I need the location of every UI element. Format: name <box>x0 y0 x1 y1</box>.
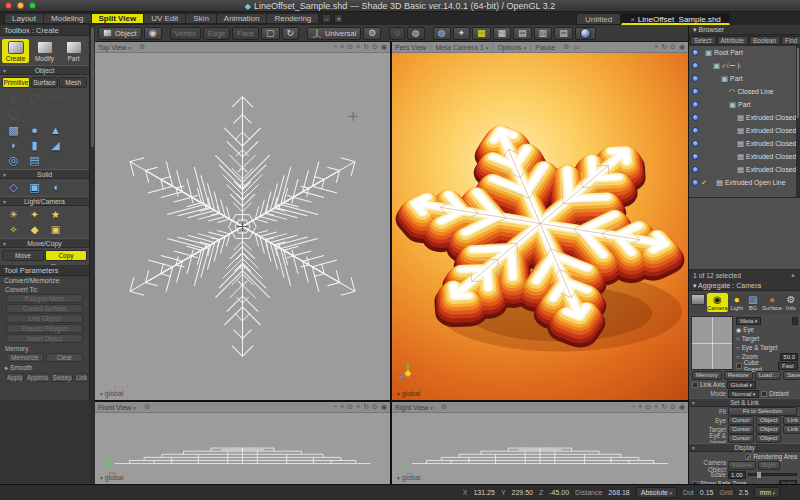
pan-icon[interactable]: + <box>654 402 658 412</box>
gear-icon[interactable]: ⚙ <box>563 43 569 51</box>
primitive-tool-3[interactable]: ◗ <box>3 138 24 153</box>
light-camera-tool-1[interactable]: ✦ <box>24 207 45 222</box>
eye-object-button[interactable]: Object <box>756 416 781 425</box>
top-view-menu[interactable]: Top View <box>98 44 135 51</box>
eyetarget-object-button[interactable]: Object <box>756 434 781 443</box>
scale-field[interactable]: 1.00 <box>728 471 746 479</box>
magnifier-icon[interactable]: ⊙ <box>347 402 353 412</box>
memory-button-1[interactable]: Clear <box>46 353 84 362</box>
primitive-tool-disabled-0[interactable]: ◇ <box>3 91 24 106</box>
layout-view-button-1[interactable]: ▤ <box>513 27 532 40</box>
tool-settings-button[interactable]: ⚙ <box>363 27 381 40</box>
primitive-tool-4[interactable]: ▮ <box>24 138 45 153</box>
smooth-button-2[interactable]: Sweep <box>51 373 72 382</box>
visibility-toggle[interactable] <box>692 49 699 56</box>
browser-header[interactable]: ▾ Browser <box>689 25 800 35</box>
unit-dropdown[interactable]: mm <box>754 487 780 498</box>
browser-tab-boolean[interactable]: Boolean <box>749 36 780 45</box>
layout-view-button-2[interactable]: ▥ <box>534 27 553 40</box>
volume-button[interactable]: Volume <box>728 461 756 470</box>
edge-mode-button[interactable]: Edge <box>203 27 231 40</box>
meta-field[interactable] <box>792 317 798 325</box>
mode-dropdown[interactable]: Normal <box>728 390 759 398</box>
solid-tool-2[interactable]: ◖ <box>45 180 66 195</box>
convert-button-2[interactable]: Line Object <box>6 314 83 323</box>
visibility-toggle[interactable] <box>692 75 699 82</box>
zoom-in-icon[interactable]: + <box>340 42 344 52</box>
set-link-section-header[interactable]: ▾Set & Link <box>689 398 800 407</box>
toolbox-header[interactable]: Toolbox : Create <box>0 25 89 36</box>
menu-extra-button-2[interactable]: ▾ <box>334 14 343 23</box>
collapse-icon[interactable]: ▲ <box>790 270 796 281</box>
workspace-tab-6[interactable]: Rendering <box>266 13 319 24</box>
visibility-toggle[interactable] <box>692 88 699 95</box>
solid-tool-0[interactable]: ◇ <box>3 180 24 195</box>
sphere-view-button[interactable]: ◍ <box>433 27 451 40</box>
front-view-canvas[interactable] <box>95 413 390 484</box>
camera-preview[interactable] <box>691 316 733 370</box>
pers-view-global-label[interactable]: ▾global <box>397 390 420 397</box>
view-options-icon[interactable]: ◉ <box>679 42 685 52</box>
comment-icon[interactable]: ▭ <box>573 43 580 51</box>
convert-button-4[interactable]: Invert Object <box>6 334 83 343</box>
save-button[interactable]: Save... <box>783 371 800 380</box>
tree-item-root-part[interactable]: ▣Root Part <box>689 46 800 59</box>
visibility-toggle[interactable] <box>692 62 699 69</box>
layout-view-button-3[interactable]: ▤ <box>554 27 573 40</box>
tree-item-extruded-closed-2[interactable]: ▦Extruded Closed <box>689 124 800 137</box>
workspace-tab-1[interactable]: Modeling <box>43 13 90 24</box>
visibility-toggle[interactable] <box>692 166 699 173</box>
aggregate-tab-camera[interactable]: ◉Camera <box>707 293 728 312</box>
smooth-button-3[interactable]: Link <box>75 373 89 382</box>
workspace-tab-0[interactable]: Layout <box>4 13 43 24</box>
tree-item-extruded-closed-1[interactable]: ▦Extruded Closed <box>689 111 800 124</box>
tree-item-extruded-closed-5[interactable]: ▦Extruded Closed <box>689 163 800 176</box>
aggregate-tab-info[interactable]: ⚙Info <box>784 293 798 312</box>
zoom-out-icon[interactable]: − <box>333 402 337 412</box>
menu-extra-button-1[interactable]: − <box>322 14 331 23</box>
gear-icon[interactable]: ⚙ <box>441 403 447 411</box>
eyetarget-cursor-button[interactable]: Cursor <box>728 434 754 443</box>
zoom-tool-icon[interactable]: ⊙ <box>372 42 378 52</box>
pan-icon[interactable]: + <box>654 42 658 52</box>
primitive-tool-2[interactable]: ▲ <box>45 123 66 138</box>
solid-section-header[interactable]: ▾Solid <box>0 169 89 179</box>
orbit-icon[interactable]: ↻ <box>363 402 369 412</box>
viewport-top[interactable]: Top View ⚙ − + ⊙ + ↻ ⊙ ◉ ▾global <box>95 42 390 400</box>
light-camera-tool-2[interactable]: ★ <box>45 207 66 222</box>
eye-target-radio[interactable]: ○ <box>736 345 740 351</box>
smooth-button-0[interactable]: Apply <box>6 373 24 382</box>
object-type-tab-1[interactable]: Surface <box>31 77 59 88</box>
primitive-tool-disabled-1[interactable]: ▢ <box>24 91 45 106</box>
aggregate-header[interactable]: ▾ Aggregate : Camera <box>689 281 800 291</box>
right-view-menu[interactable]: Right View <box>395 404 437 411</box>
view-options-icon[interactable]: ◉ <box>381 402 387 412</box>
primitive-tool-disabled-2[interactable]: ◠ <box>45 91 66 106</box>
close-tab-icon[interactable]: × <box>630 15 635 24</box>
primitive-tool-disabled-3[interactable]: ◯ <box>3 106 24 121</box>
distant-checkbox[interactable] <box>761 391 767 397</box>
tree-item-part-jp[interactable]: ▣パート <box>689 59 800 72</box>
wireframe-view-button[interactable]: ▦ <box>493 27 512 40</box>
scale-slider[interactable] <box>748 473 797 476</box>
magnifier-icon[interactable]: ⊙ <box>347 42 353 52</box>
convert-button-3[interactable]: Pseudo Polygon <box>6 324 83 333</box>
target-object-button[interactable]: Object <box>756 425 781 434</box>
tree-item-extruded-open-line[interactable]: ✓▦Extruded Open Line <box>689 176 800 189</box>
browser-tab-attribute[interactable]: Attribute <box>717 36 748 45</box>
solid-tool-1[interactable]: ▣ <box>24 180 45 195</box>
coordinate-mode-dropdown[interactable]: Absolute <box>636 487 677 498</box>
face-mode-button[interactable]: Face <box>232 27 259 40</box>
zoom-tool-icon[interactable]: ⊙ <box>670 402 676 412</box>
mode-part-button[interactable]: Part <box>60 39 87 63</box>
meta-dropdown[interactable]: Meta <box>736 317 761 325</box>
light-camera-tool-3[interactable]: ✧ <box>3 222 24 237</box>
light-camera-tool-5[interactable]: ▣ <box>45 222 66 237</box>
zoom-tool-icon[interactable]: ⊙ <box>372 402 378 412</box>
tab-untitled[interactable]: Untitled <box>576 13 621 25</box>
pers-view-label[interactable]: Pers View <box>395 44 430 51</box>
move-copy-tab-0[interactable]: Move <box>2 250 44 261</box>
vertex-mode-button[interactable]: Vertex <box>170 27 201 40</box>
target-link-button[interactable]: Link <box>783 425 800 434</box>
mode-modify-button[interactable]: Modify <box>31 39 58 63</box>
